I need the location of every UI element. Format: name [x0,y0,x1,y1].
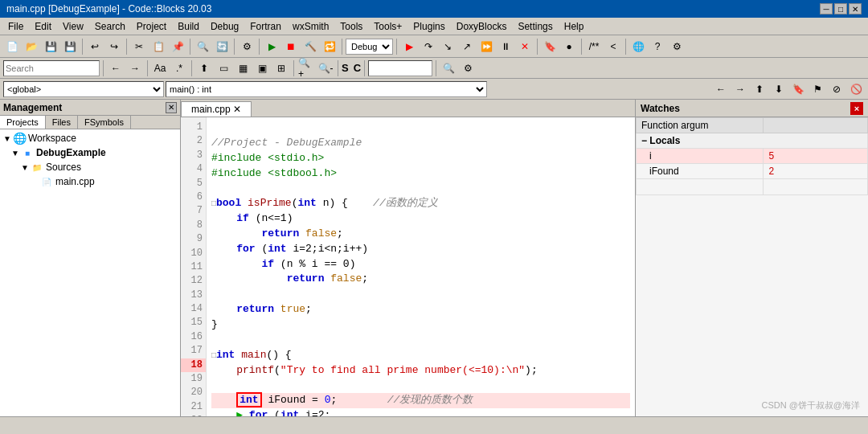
watches-title: Watches [641,103,680,114]
menu-settings[interactable]: Settings [513,20,557,33]
tab-files[interactable]: Files [46,116,78,129]
watches-var-i[interactable]: i 5 [637,149,868,164]
debug-stop-btn[interactable]: ⏸ [497,38,514,55]
nav-end-btn[interactable]: ⬇ [770,80,788,98]
doc-btn[interactable]: < [604,38,622,55]
undo-btn[interactable]: ↩ [86,38,104,55]
watches-header: Watches × [636,100,868,117]
editor-tab-maincpp[interactable]: main.cpp ✕ [181,101,252,117]
ln-11: 11 [181,260,206,274]
debug-run-btn[interactable]: ⏩ [477,38,495,55]
match-case-btn[interactable]: Aa [151,59,169,77]
debug-start-btn[interactable]: ▶ [400,38,418,55]
upper-C-btn[interactable]: C [354,62,361,74]
tree-workspace[interactable]: ▼ 🌐 Workspace [2,131,178,145]
menu-help[interactable]: Help [559,20,589,33]
menu-edit[interactable]: Edit [30,20,56,33]
search-input2[interactable] [368,60,432,76]
menu-tools[interactable]: Tools [335,20,367,33]
nav-clear2-btn[interactable]: 🚫 [847,80,865,98]
menu-debug[interactable]: Debug [206,20,244,33]
maximize-btn[interactable]: □ [834,3,847,14]
tab-fsymbols[interactable]: FSymbols [78,116,131,129]
stop-btn[interactable]: ⏹ [282,38,300,55]
nav-back-btn[interactable]: ← [107,59,125,77]
close-btn[interactable]: ✕ [849,3,862,14]
toolbar-search: ← → Aa .* ⬆ ▭ ▦ ▣ ⊞ 🔍+ 🔍- S C 🔍 ⚙ [0,58,868,79]
copy-btn[interactable]: 📋 [149,38,167,55]
menu-project[interactable]: Project [132,20,171,33]
watches-close-btn[interactable]: × [850,102,863,115]
function-select[interactable]: main() : int [166,81,487,97]
build-target-select[interactable]: Debug [346,39,393,55]
regex-btn[interactable]: .* [170,59,188,77]
redo-btn[interactable]: ↪ [105,38,123,55]
web-btn[interactable]: 🌐 [629,38,647,55]
nav-prev-btn[interactable]: ← [712,80,730,98]
settings-btn[interactable]: ⚙ [238,38,256,55]
build-run-btn[interactable]: 🔨 [301,38,319,55]
nav-toggle-btn[interactable]: ⚑ [809,80,826,98]
new-btn[interactable]: 📄 [3,38,21,55]
watches-var-ifound[interactable]: iFound 2 [637,164,868,179]
debug-abort-btn[interactable]: ✕ [516,38,534,55]
menu-fortran[interactable]: Fortran [245,20,286,33]
save-btn[interactable]: 💾 [42,38,59,55]
format-btn[interactable]: ▦ [234,59,252,77]
breakpoint-btn[interactable]: ● [560,38,578,55]
tree-debugexample[interactable]: ▼ ■ DebugExample [2,145,178,160]
split-btn[interactable]: ⊞ [272,59,290,77]
search-go-btn[interactable]: 🔍 [440,59,457,77]
comment-btn[interactable]: /** [585,38,603,55]
cursor-btn[interactable]: ⬆ [195,59,213,77]
menu-doxyblocks[interactable]: DoxyBlocks [452,20,512,33]
menu-file[interactable]: File [3,20,28,33]
locals-expand-icon[interactable]: − [641,135,647,146]
find-btn[interactable]: 🔍 [194,38,211,55]
bookmark-btn[interactable]: 🔖 [541,38,559,55]
minimize-btn[interactable]: ─ [820,3,833,14]
search-opt-btn[interactable]: ⚙ [459,59,477,77]
zoom-out-btn[interactable]: 🔍- [317,59,334,77]
ln-2: 2 [181,134,206,148]
nav-mark-btn[interactable]: 🔖 [789,80,807,98]
upper-S-btn[interactable]: S [342,62,349,74]
code-fold-btn[interactable]: ▣ [253,59,271,77]
tree-sources[interactable]: ▼ 📁 Sources [2,160,178,174]
select-btn[interactable]: ▭ [215,59,232,77]
rebuild-btn[interactable]: 🔁 [321,38,338,55]
sep-s5 [338,60,338,76]
nav-fwd-btn[interactable]: → [126,59,144,77]
menu-tools-plus[interactable]: Tools+ [369,20,407,33]
menu-plugins[interactable]: Plugins [408,20,449,33]
menu-view[interactable]: View [58,20,88,33]
extra-btn[interactable]: ⚙ [668,38,686,55]
nav-home-btn[interactable]: ⬆ [751,80,768,98]
code-body[interactable]: //Project - DebugExample #include <stdio… [207,117,635,416]
debug-out-btn[interactable]: ↗ [458,38,476,55]
sidebar-close-btn[interactable]: ✕ [166,102,177,113]
nav-next-btn[interactable]: → [731,80,749,98]
workspace-label: Workspace [28,133,76,144]
paste-btn[interactable]: 📌 [169,38,186,55]
menu-build[interactable]: Build [173,20,204,33]
tab-projects[interactable]: Projects [0,116,46,129]
menu-search[interactable]: Search [90,20,130,33]
cut-btn[interactable]: ✂ [130,38,148,55]
nav-clear-btn[interactable]: ⊘ [828,80,845,98]
debug-next-btn[interactable]: ↷ [420,38,437,55]
open-btn[interactable]: 📂 [23,38,40,55]
replace-btn[interactable]: 🔄 [213,38,231,55]
search-input[interactable] [3,60,100,76]
menu-wxsmith[interactable]: wxSmith [288,20,334,33]
tree-maincpp[interactable]: 📄 main.cpp [2,174,178,189]
help-btn[interactable]: ? [649,38,666,55]
save-all-btn[interactable]: 💾 [61,38,79,55]
zoom-in-btn[interactable]: 🔍+ [297,59,315,77]
ln-4: 4 [181,162,206,176]
scope-select[interactable]: <global> [3,81,164,97]
sep4 [234,39,235,55]
run-btn[interactable]: ▶ [263,38,280,55]
debug-step-btn[interactable]: ↘ [439,38,457,55]
code-line-15: □int main() { [211,349,292,361]
